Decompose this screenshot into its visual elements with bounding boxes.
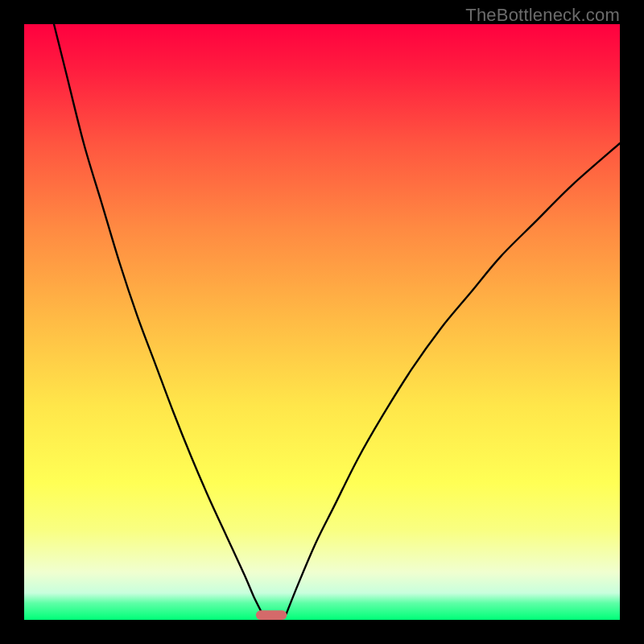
- chart-svg: [24, 24, 620, 620]
- left-curve-line: [54, 24, 262, 614]
- minimum-marker: [256, 610, 287, 620]
- chart-plot-area: [24, 24, 620, 620]
- right-curve-line: [287, 143, 620, 614]
- watermark-label: TheBottleneck.com: [465, 5, 620, 26]
